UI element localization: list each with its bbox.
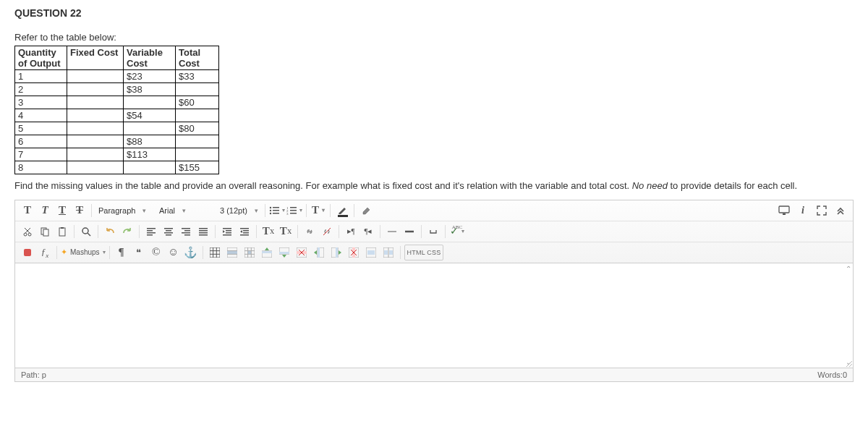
insert-row-below-button[interactable] [276, 245, 292, 260]
editor-textarea[interactable]: ⌃ ⌄ [14, 263, 854, 368]
mashups-button[interactable]: ✦Mashups [61, 245, 106, 260]
align-center-button[interactable] [161, 224, 176, 240]
symbol-button[interactable]: © [148, 245, 164, 260]
html-css-button[interactable]: HTML CSS [404, 245, 444, 260]
svg-rect-3 [273, 210, 279, 211]
split-cells-button[interactable] [380, 245, 396, 260]
anchor-button[interactable]: ⚓ [183, 245, 199, 260]
toolbar-row-2: Tx Tx ▸¶ ¶◂ ABC✓ [15, 221, 853, 242]
svg-rect-13 [783, 213, 786, 215]
svg-rect-30 [182, 228, 190, 229]
insert-col-left-button[interactable] [311, 245, 327, 260]
superscript-button[interactable]: Tx [260, 224, 276, 240]
record-icon [24, 249, 31, 256]
svg-rect-75 [336, 247, 338, 258]
delete-col-button[interactable] [346, 245, 362, 260]
svg-rect-26 [164, 228, 173, 229]
nbsp-button[interactable] [425, 224, 441, 240]
number-list-icon: 123 [286, 205, 297, 216]
svg-rect-31 [184, 230, 190, 232]
expand-button[interactable] [833, 203, 848, 219]
svg-rect-35 [199, 230, 208, 232]
highlight-color-button[interactable] [334, 203, 350, 219]
svg-line-86 [846, 361, 852, 367]
svg-point-4 [270, 213, 271, 214]
blockquote-button[interactable]: ❝ [131, 245, 147, 260]
show-pilcrow-button[interactable]: ¶ [114, 245, 129, 260]
star-icon: ✦ [61, 247, 67, 257]
hr-thick-button[interactable] [401, 224, 417, 240]
cut-button[interactable] [20, 224, 35, 240]
path-display: Path: p [21, 370, 46, 379]
paragraph-select[interactable]: Paragraph [95, 205, 155, 216]
clear-formatting-button[interactable] [358, 203, 374, 219]
align-left-icon [146, 226, 156, 237]
font-family-select[interactable]: Arial [156, 205, 216, 216]
table-row: 7$113 [15, 148, 219, 161]
subscript-button[interactable]: Tx [278, 224, 294, 240]
insert-table-button[interactable] [207, 245, 223, 260]
strikethrough-button[interactable]: T [72, 203, 88, 219]
scroll-up-button[interactable]: ⌃ [846, 265, 851, 273]
svg-point-2 [270, 210, 271, 211]
svg-rect-1 [273, 207, 279, 208]
align-right-button[interactable] [178, 224, 194, 240]
text-color-button[interactable]: T [310, 203, 326, 219]
bullet-list-button[interactable] [269, 203, 285, 219]
svg-rect-29 [166, 234, 171, 236]
table-cell-icon [244, 247, 255, 258]
info-button[interactable]: i [795, 203, 811, 219]
svg-rect-49 [210, 247, 220, 258]
svg-rect-65 [262, 251, 272, 253]
svg-rect-23 [147, 230, 153, 232]
redo-icon [122, 226, 132, 237]
copy-button[interactable] [37, 224, 53, 240]
rtl-button[interactable]: ¶◂ [360, 224, 376, 240]
preview-button[interactable] [776, 203, 792, 219]
insert-link-button[interactable] [302, 224, 318, 240]
svg-rect-73 [318, 247, 320, 258]
align-left-button[interactable] [143, 224, 159, 240]
font-size-select[interactable]: 3 (12pt) [217, 205, 261, 216]
svg-rect-38 [223, 228, 231, 229]
svg-rect-45 [240, 234, 249, 236]
copy-icon [40, 226, 50, 237]
insert-col-right-button[interactable] [328, 245, 344, 260]
insert-row-above-button[interactable] [259, 245, 275, 260]
emoticon-button[interactable]: ☺ [166, 245, 182, 260]
find-button[interactable] [78, 224, 94, 240]
table-header-row: Quantity of Output Fixed Cost Variable C… [15, 46, 219, 70]
align-right-icon [181, 226, 191, 237]
paste-button[interactable] [54, 224, 70, 240]
remove-link-button[interactable] [319, 224, 335, 240]
monitor-icon [778, 205, 790, 216]
bullet-list-icon [269, 205, 279, 216]
merge-icon [366, 247, 376, 258]
underline-button[interactable]: T [54, 203, 70, 219]
spellcheck-button[interactable]: ABC✓ [449, 224, 465, 240]
hr-thin-button[interactable] [384, 224, 400, 240]
bold-button[interactable]: T [20, 203, 35, 219]
svg-rect-40 [226, 232, 231, 234]
ltr-button[interactable]: ▸¶ [343, 224, 359, 240]
outdent-button[interactable] [237, 224, 252, 240]
merge-cells-button[interactable] [363, 245, 379, 260]
indent-button[interactable] [219, 224, 235, 240]
table-row-props-button[interactable] [224, 245, 240, 260]
number-list-button[interactable]: 123 [286, 203, 302, 219]
fullscreen-button[interactable] [814, 203, 830, 219]
table-cell-props-button[interactable] [242, 245, 258, 260]
undo-button[interactable] [102, 224, 118, 240]
svg-rect-5 [273, 213, 279, 214]
formula-button[interactable]: ƒx [37, 245, 53, 260]
svg-rect-81 [367, 250, 375, 255]
delete-row-button[interactable] [294, 245, 310, 260]
resize-handle[interactable] [845, 360, 852, 367]
italic-button[interactable]: T [37, 203, 53, 219]
record-button[interactable] [20, 245, 35, 260]
svg-rect-34 [199, 228, 208, 229]
align-justify-button[interactable] [195, 224, 211, 240]
svg-rect-22 [147, 228, 156, 229]
link-icon [305, 226, 315, 237]
redo-button[interactable] [119, 224, 135, 240]
